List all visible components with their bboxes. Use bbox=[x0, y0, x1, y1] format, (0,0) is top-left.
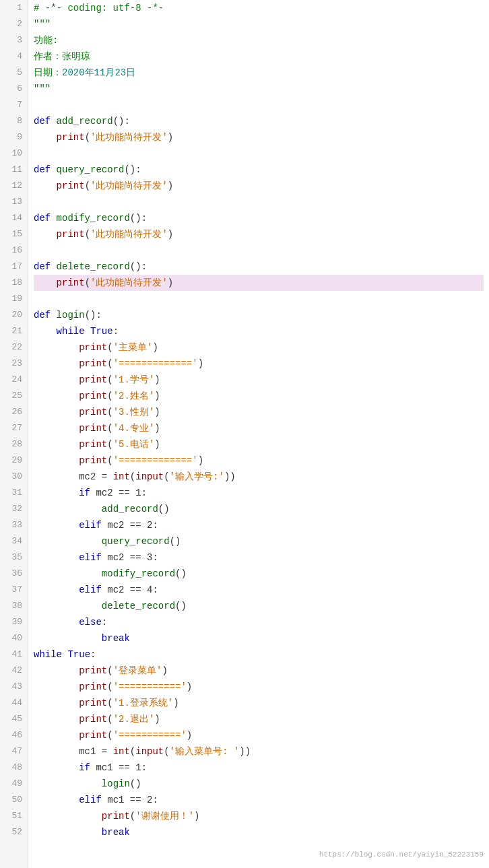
code-line-14: def modify_record(): bbox=[34, 210, 484, 226]
code-line-1: # -*- coding: utf-8 -*- bbox=[34, 0, 484, 16]
code-line-29: print('=============') bbox=[34, 453, 484, 469]
code-line-18: print('此功能尚待开发') bbox=[34, 275, 484, 291]
code-line-50: elif mc1 == 2: bbox=[34, 792, 484, 808]
code-line-16 bbox=[34, 242, 484, 259]
code-line-37: elif mc2 == 4: bbox=[34, 582, 484, 598]
code-line-48: if mc1 == 1: bbox=[34, 760, 484, 776]
code-line-25: print('2.姓名') bbox=[34, 388, 484, 404]
code-line-46: print('===========') bbox=[34, 727, 484, 743]
code-line-38: delete_record() bbox=[34, 598, 484, 614]
code-line-35: elif mc2 == 3: bbox=[34, 549, 484, 566]
code-line-32: add_record() bbox=[34, 501, 484, 517]
code-line-23: print('=============') bbox=[34, 356, 484, 372]
code-line-20: def login(): bbox=[34, 307, 484, 323]
code-line-5: 日期：2020年11月23日 bbox=[34, 65, 484, 81]
code-line-13 bbox=[34, 194, 484, 210]
code-line-30: mc2 = int(input('输入学号:')) bbox=[34, 469, 484, 485]
code-line-36: modify_record() bbox=[34, 566, 484, 582]
code-line-24: print('1.学号') bbox=[34, 372, 484, 388]
code-line-34: query_record() bbox=[34, 533, 484, 549]
code-line-27: print('4.专业') bbox=[34, 420, 484, 436]
code-line-45: print('2.退出') bbox=[34, 711, 484, 727]
code-line-31: if mc2 == 1: bbox=[34, 485, 484, 501]
code-line-41: while True: bbox=[34, 646, 484, 663]
code-line-3: 功能: bbox=[34, 32, 484, 48]
code-line-51: print('谢谢使用！') bbox=[34, 808, 484, 824]
code-line-7 bbox=[34, 97, 484, 113]
code-line-2: """ bbox=[34, 16, 484, 32]
code-line-8: def add_record(): bbox=[34, 113, 484, 129]
code-line-42: print('登录菜单') bbox=[34, 663, 484, 679]
code-line-39: else: bbox=[34, 614, 484, 630]
code-line-21: while True: bbox=[34, 323, 484, 339]
code-line-10 bbox=[34, 145, 484, 162]
code-line-47: mc1 = int(input('输入菜单号: ')) bbox=[34, 743, 484, 760]
code-area: # -*- coding: utf-8 -*- """ 功能: 作者：张明琼 日… bbox=[28, 0, 489, 868]
code-line-44: print('1.登录系统') bbox=[34, 695, 484, 711]
code-line-22: print('主菜单') bbox=[34, 339, 484, 356]
code-line-11: def query_record(): bbox=[34, 162, 484, 178]
code-line-49: login() bbox=[34, 776, 484, 792]
code-line-26: print('3.性别') bbox=[34, 404, 484, 420]
code-line-19 bbox=[34, 291, 484, 307]
code-line-33: elif mc2 == 2: bbox=[34, 517, 484, 533]
code-line-15: print('此功能尚待开发') bbox=[34, 226, 484, 242]
code-line-17: def delete_record(): bbox=[34, 259, 484, 275]
code-line-6: """ bbox=[34, 81, 484, 97]
line-numbers: 1 2 3 4 5 6 7 8 9 10 11 12 13 14 15 16 1… bbox=[0, 0, 28, 868]
code-line-43: print('===========') bbox=[34, 679, 484, 695]
code-line-9: print('此功能尚待开发') bbox=[34, 129, 484, 145]
code-line-40: break bbox=[34, 630, 484, 646]
code-line-52: break bbox=[34, 824, 484, 840]
code-editor: 1 2 3 4 5 6 7 8 9 10 11 12 13 14 15 16 1… bbox=[0, 0, 489, 868]
code-line-4: 作者：张明琼 bbox=[34, 48, 484, 65]
code-line-12: print('此功能尚待开发') bbox=[34, 178, 484, 194]
code-line-28: print('5.电话') bbox=[34, 436, 484, 453]
watermark: https://blog.csdn.net/yaiyin_52223159 bbox=[319, 846, 484, 863]
